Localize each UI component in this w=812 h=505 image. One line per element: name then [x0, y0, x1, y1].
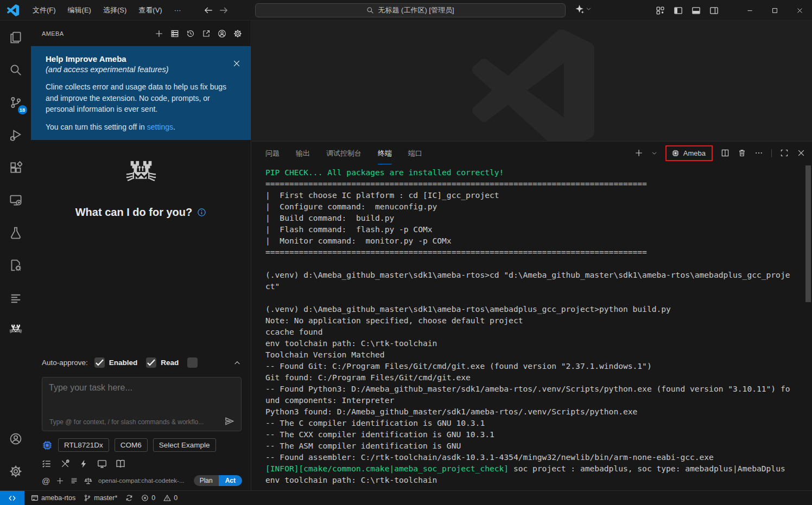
sidebar-server-icon[interactable] [170, 29, 179, 38]
checklist-icon[interactable] [42, 459, 52, 469]
menu-item[interactable]: 查看(V) [132, 5, 168, 15]
activity-item-search[interactable] [3, 56, 29, 83]
panel-tab[interactable]: 问题 [265, 142, 280, 164]
menu-item[interactable]: ··· [168, 6, 187, 14]
toggle-sidebar-icon[interactable] [674, 6, 683, 15]
split-terminal-icon[interactable] [721, 149, 729, 157]
status-item[interactable] [125, 494, 133, 502]
chevron-up-icon[interactable] [233, 359, 241, 367]
history-forward-button[interactable] [219, 5, 229, 15]
activity-item-account[interactable] [3, 425, 29, 452]
book-icon[interactable] [116, 459, 125, 469]
auto-approve-checkbox[interactable] [146, 357, 156, 368]
info-icon[interactable] [197, 208, 206, 217]
terminal-line: -- The C compiler identification is GNU … [265, 417, 800, 429]
banner-close-icon[interactable] [232, 59, 241, 68]
activity-item-crab[interactable] [3, 317, 29, 343]
act-mode-button[interactable]: Act [219, 475, 242, 486]
scrollbar-thumb[interactable] [805, 165, 811, 302]
more-actions-icon[interactable] [754, 149, 763, 157]
scale-icon[interactable] [84, 477, 92, 485]
activity-item-run-debug[interactable] [3, 122, 29, 148]
task-input[interactable] [49, 383, 234, 414]
menu-item[interactable]: 编辑(E) [62, 5, 97, 15]
activity-item-explorer[interactable] [3, 24, 29, 50]
kill-terminal-icon[interactable] [738, 149, 746, 157]
status-item[interactable]: 0 [141, 494, 155, 502]
notifications-bell-icon[interactable] [796, 494, 804, 502]
sidebar-open-external-icon[interactable] [202, 29, 211, 38]
terminal-line: Note: No application specified, choose d… [265, 315, 800, 326]
maximize-button[interactable] [762, 0, 787, 21]
maximize-panel-icon[interactable] [780, 149, 789, 157]
terminal-tab-ameba[interactable]: Ameba [665, 145, 713, 161]
panel-tab[interactable]: 输出 [296, 142, 310, 164]
plus-icon[interactable] [56, 477, 64, 485]
sidebar-history-icon[interactable] [186, 29, 195, 38]
sidebar-account-icon[interactable] [218, 29, 226, 38]
minimize-button[interactable] [737, 0, 762, 21]
device-button[interactable]: RTL8721Dx [58, 438, 109, 452]
panel-tab[interactable]: 端口 [408, 142, 422, 164]
terminal-line: Git found: C:/Program Files/Git/cmd/git.… [265, 372, 800, 383]
terminal-line: ========================================… [265, 178, 800, 189]
panel-tab[interactable]: 终端 [378, 142, 392, 164]
settings-link[interactable]: settings [147, 123, 173, 131]
sidebar-plus-icon[interactable] [155, 29, 163, 38]
status-item[interactable]: master* [84, 494, 117, 502]
toggle-panel-icon[interactable] [692, 6, 701, 15]
model-name: openai-compat:chat-codetek-... [98, 477, 188, 484]
activity-item-extensions[interactable] [3, 154, 29, 181]
at-icon[interactable]: @ [42, 477, 50, 485]
terminal-line: | Flash command: flash.py -p COMx [265, 223, 800, 235]
new-terminal-icon[interactable] [635, 149, 643, 157]
menubar: 文件(F)编辑(E)选择(S)查看(V)··· [27, 5, 187, 15]
sidebar-gear-icon[interactable] [233, 29, 242, 38]
menu-item[interactable]: 选择(S) [97, 5, 132, 15]
device-button[interactable]: Select Example [153, 438, 216, 452]
task-input-box[interactable]: Type @ for context, / for slash commands… [42, 377, 242, 431]
tools-icon[interactable] [60, 459, 70, 469]
status-item[interactable]: 0 [163, 494, 177, 502]
chip-icon[interactable] [42, 440, 53, 451]
device-button[interactable]: COM6 [115, 438, 148, 452]
activity-item-gear[interactable] [3, 458, 29, 484]
sidebar-title: AMEBA [42, 30, 64, 37]
plan-mode-button[interactable]: Plan [194, 475, 219, 486]
activity-item-code-settings[interactable] [3, 252, 29, 278]
activity-item-lines[interactable] [3, 284, 29, 311]
send-icon[interactable] [224, 416, 234, 426]
terminal-line: -- Found assembler: C:/rtk-toolchain/asd… [265, 451, 800, 463]
ameba-crab-logo-icon [125, 161, 157, 189]
window-title: 无标题 (工作区) [管理员] [378, 5, 454, 15]
welcome-title: What can I do for you? [75, 206, 193, 219]
auto-approve-checkbox[interactable] [187, 357, 198, 368]
auto-approve-checkbox[interactable] [94, 357, 105, 368]
remote-indicator[interactable] [0, 491, 24, 505]
warning-icon [163, 494, 171, 502]
menu-item[interactable]: 文件(F) [27, 5, 62, 15]
status-item-label: master* [94, 494, 117, 502]
banner-subtitle: (and access experimental features) [46, 65, 240, 74]
copilot-menu-button[interactable] [574, 4, 592, 14]
terminal-scrollbar[interactable] [804, 165, 812, 490]
close-panel-icon[interactable] [797, 149, 805, 157]
history-back-button[interactable] [204, 5, 213, 15]
activity-item-remote-explorer[interactable] [3, 187, 29, 213]
activity-item-source-control[interactable]: 18 [3, 89, 29, 116]
close-button[interactable] [787, 0, 812, 21]
device-controls: RTL8721DxCOM6Select Example [42, 438, 240, 452]
terminal-line: (.venv) d:\Ameba_github_master\sdk1\ameb… [265, 269, 800, 280]
bolt-icon[interactable] [79, 459, 88, 469]
command-center-searchbox[interactable]: 无标题 (工作区) [管理员] [255, 3, 566, 17]
terminal-launch-dropdown-icon[interactable] [651, 150, 657, 156]
terminal-output[interactable]: PIP CHECK... All packages are installed … [265, 167, 800, 489]
panel-tab[interactable]: 调试控制台 [326, 142, 361, 164]
activity-item-testing[interactable] [3, 219, 29, 246]
status-item[interactable]: ameba-rtos [31, 494, 75, 502]
monitor-icon[interactable] [97, 459, 107, 469]
customize-layout-icon[interactable] [656, 6, 665, 15]
toggle-secondary-sidebar-icon[interactable] [709, 6, 719, 15]
rules-icon[interactable] [70, 477, 78, 485]
error-circle-icon [141, 494, 149, 502]
